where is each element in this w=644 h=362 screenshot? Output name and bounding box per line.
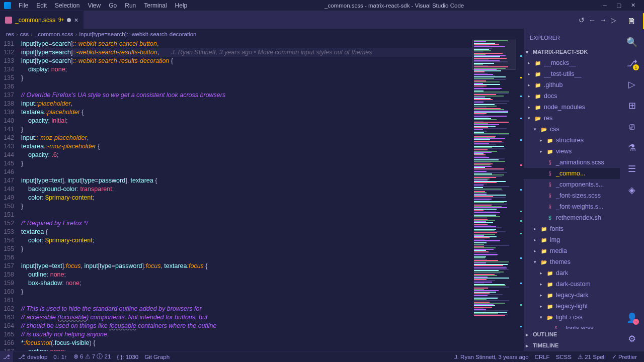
tree-item-label: themes — [550, 258, 571, 265]
chevron-right-icon: ▸ — [526, 332, 533, 337]
tree-item-label: node_modules — [544, 104, 585, 111]
tree-item-label: legacy-light — [556, 303, 588, 310]
tree-item-label: views — [556, 148, 572, 155]
prettier-status[interactable]: ✓ Prettier — [609, 353, 640, 360]
menu-terminal[interactable]: Terminal — [140, 1, 170, 10]
search-activity-icon[interactable]: 🔍 — [626, 36, 638, 48]
tree-item-label: dark — [556, 269, 568, 277]
menu-edit[interactable]: Edit — [33, 1, 50, 10]
git-branch-status[interactable]: ⎇ develop — [15, 353, 50, 360]
tab-bar: _common.scss 9+ × ↺ ← → ▷ ◫ ⋯ — [0, 11, 644, 29]
spell-status[interactable]: ⚠ 21 Spell — [575, 353, 609, 360]
breadcrumb-segment[interactable]: _common.scss — [35, 31, 73, 37]
tree-item-label: docs — [544, 93, 557, 100]
line-number-gutter: 1311321331341351361371381391401411421431… — [0, 40, 21, 351]
tab-label: _common.scss — [15, 17, 55, 24]
tree-item-label: legacy-dark — [556, 292, 589, 299]
breadcrumb-segment[interactable]: input[type=search]::-webkit-search-decor… — [79, 31, 196, 37]
git-blame-status[interactable]: J. Ryan Stinnett, 3 years ago — [451, 353, 532, 360]
tree-item-label: res — [544, 115, 552, 122]
tab-common-scss[interactable]: _common.scss 9+ × — [0, 11, 84, 29]
titlebar: FileEditSelectionViewGoRunTerminalHelp _… — [0, 0, 644, 11]
menu-help[interactable]: Help — [172, 1, 191, 10]
tree-item-label: _font-weights.s... — [556, 203, 604, 210]
eol-status[interactable]: CRLF — [532, 353, 553, 360]
scss-file-icon — [5, 17, 12, 24]
tab-problems-badge: 9+ — [58, 17, 64, 23]
account-activity-icon[interactable]: 👤! — [626, 312, 638, 324]
tree-item-label: _fonts.scss — [562, 325, 594, 329]
tree-item-label: css — [550, 126, 559, 133]
editor-area: res›css›_common.scss›input[type=search]:… — [0, 29, 523, 351]
menu-view[interactable]: View — [84, 1, 104, 10]
remote-indicator[interactable]: ⎇ — [0, 351, 13, 363]
menu-file[interactable]: File — [15, 1, 32, 10]
outline-label: OUTLINE — [533, 331, 557, 337]
tree-item-label: light › css — [556, 314, 583, 321]
menu-go[interactable]: Go — [105, 1, 120, 10]
minimap-viewport[interactable] — [472, 40, 516, 70]
tab-dirty-dot-icon — [67, 18, 71, 22]
breadcrumb-segment[interactable]: res — [6, 31, 14, 37]
explorer-title-label: EXPLORER — [530, 35, 560, 41]
remote-activity-icon[interactable]: ⎚ — [626, 121, 638, 133]
vscode-logo-icon — [4, 2, 11, 9]
problems-status[interactable]: ⊗ 6 ⚠ 7 ⓘ 21 — [70, 353, 114, 360]
extensions-activity-icon[interactable]: ⊞ — [626, 100, 638, 112]
bracket-status[interactable]: { }: 1030 — [114, 354, 141, 360]
window-controls: ─ ▢ ✕ — [598, 1, 640, 11]
project-name-label: MATRIX-REACT-SDK — [533, 49, 588, 55]
tree-item-label: _animations.scss — [556, 159, 604, 166]
source-control-activity-icon[interactable]: ⎇1 — [626, 57, 638, 69]
chevron-down-icon: ▾ — [526, 49, 533, 55]
activity-bar: 🗎 🔍 ⎇1 ▷ ⊞ ⎚ ⚗ ☰ ◈ 👤! ⚙ — [620, 11, 644, 351]
tree-item-label: _font-sizes.scss — [556, 192, 601, 199]
tree-item-label: dark-custom — [556, 281, 591, 288]
breadcrumb[interactable]: res›css›_common.scss›input[type=search]:… — [0, 29, 523, 40]
menu-selection[interactable]: Selection — [51, 1, 83, 10]
tree-item-label: __mocks__ — [544, 59, 576, 66]
git-graph-status[interactable]: Git Graph — [141, 354, 173, 360]
tab-close-icon[interactable]: × — [74, 16, 78, 24]
window-title: _common.scss - matrix-react-sdk - Visual… — [191, 3, 598, 9]
tree-item-label: rethemendex.sh — [556, 214, 601, 221]
tree-item-label: __test-utils__ — [544, 70, 581, 77]
prev-change-icon[interactable]: ← — [589, 16, 596, 24]
overview-ruler[interactable] — [516, 40, 523, 351]
next-change-icon[interactable]: → — [600, 16, 607, 24]
minimap[interactable] — [472, 40, 516, 351]
tree-item-label: media — [550, 247, 567, 254]
tree-item-label: img — [550, 236, 560, 243]
tree-item-label: fonts — [550, 225, 564, 232]
revert-icon[interactable]: ↺ — [579, 16, 585, 24]
main-area: res›css›_common.scss›input[type=search]:… — [0, 29, 644, 351]
tree-item-label: _components.s... — [556, 181, 604, 188]
run-icon[interactable]: ▷ — [611, 16, 616, 24]
code-editor[interactable]: 1311321331341351361371381391401411421431… — [0, 40, 523, 351]
maximize-icon[interactable]: ▢ — [612, 1, 626, 11]
explorer-activity-icon[interactable]: 🗎 — [626, 15, 638, 27]
menu-run[interactable]: Run — [121, 1, 139, 10]
tree-item-label: structures — [556, 137, 584, 144]
timeline-label: TIMELINE — [533, 342, 558, 348]
references-activity-icon[interactable]: ☰ — [626, 163, 638, 175]
code-content[interactable]: input[type=search]::-webkit-search-cance… — [21, 40, 472, 351]
status-bar: ⎇ ⎇ develop 0↓ 1↑ ⊗ 6 ⚠ 7 ⓘ 21 { }: 1030… — [0, 351, 644, 362]
tree-item-label: .github — [544, 81, 563, 88]
tree-item-label: _commo... — [556, 170, 585, 177]
language-status[interactable]: SCSS — [553, 353, 575, 360]
test-activity-icon[interactable]: ⚗ — [626, 142, 638, 154]
bookmarks-activity-icon[interactable]: ◈ — [626, 184, 638, 196]
close-icon[interactable]: ✕ — [626, 1, 640, 11]
chevron-right-icon: ▸ — [526, 343, 533, 348]
menu-bar: FileEditSelectionViewGoRunTerminalHelp — [15, 1, 191, 10]
git-sync-status[interactable]: 0↓ 1↑ — [50, 354, 70, 360]
minimize-icon[interactable]: ─ — [598, 1, 612, 11]
breadcrumb-segment[interactable]: css — [20, 31, 29, 37]
run-debug-activity-icon[interactable]: ▷ — [626, 78, 638, 90]
settings-activity-icon[interactable]: ⚙ — [626, 333, 638, 345]
